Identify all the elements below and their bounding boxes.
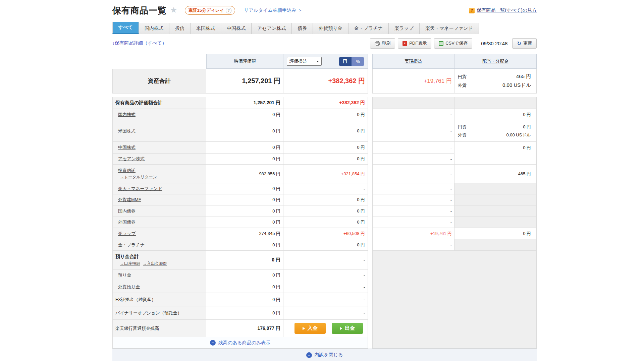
- tab-domestic-stock[interactable]: 国内株式: [139, 23, 169, 34]
- holding-row-link[interactable]: 楽天・マネーファンド: [118, 186, 162, 192]
- tab-bond[interactable]: 債券: [292, 23, 313, 34]
- page-content: 保有商品一覧 ★ 東証15分ディレイ ? リアルタイム株価申込み ＞ ? 保有商…: [112, 3, 537, 361]
- col-header-realized-pl[interactable]: 実現損益: [405, 58, 422, 64]
- holding-row-link[interactable]: 中国株式: [118, 144, 136, 150]
- total-pl: +382,362 円: [283, 69, 368, 94]
- close-breakdown-toggle[interactable]: − 内訳を閉じる: [112, 349, 537, 361]
- total-return-link[interactable]: →トータルリターン: [120, 174, 157, 180]
- account-detail-link[interactable]: →口座明細: [120, 261, 140, 266]
- cashflow-history-link[interactable]: →入出金履歴: [143, 261, 167, 266]
- printer-icon: [375, 41, 380, 46]
- table-row: 楽ラップ274,345 円+60,508 円: [112, 228, 368, 239]
- show-balance-only-toggle[interactable]: − 残高のある商品のみ表示: [112, 337, 368, 349]
- table-row: 国内債券0 円0 円: [112, 205, 368, 217]
- holding-row-link[interactable]: 預り金: [118, 272, 131, 278]
- chevron-down-icon: [316, 61, 319, 62]
- csv-save-button[interactable]: CSVで保存: [434, 38, 472, 49]
- toggle-yen-button[interactable]: 円: [339, 57, 352, 66]
- table-row: 米国株式0 円0 円: [112, 120, 368, 142]
- pdf-button[interactable]: P PDF表示: [398, 38, 431, 49]
- csv-icon: [439, 41, 443, 46]
- play-icon: [340, 327, 342, 330]
- table-row: 保有商品の評価額合計1,257,201 円+382,362 円: [112, 97, 368, 109]
- table-row: 金・プラチナ0 円0 円: [112, 239, 368, 251]
- tab-foreign-currency-deposit[interactable]: 外貨預り金: [313, 23, 348, 34]
- total-assets-row: 資産合計 1,257,201 円 +382,362 円: [112, 69, 368, 94]
- help-icon[interactable]: ?: [469, 8, 475, 13]
- toolbar: ↓保有商品詳細（すべて） 印刷 P PDF表示 CSVで保存 09/30 20:…: [112, 38, 537, 49]
- refresh-button[interactable]: ↻ 更新: [512, 38, 537, 49]
- delay-badge-label: 東証15分ディレイ: [189, 7, 224, 13]
- holding-row-link[interactable]: 投資信託: [118, 168, 136, 174]
- last-updated-timestamp: 09/30 20:48: [481, 41, 507, 46]
- holding-row-link[interactable]: 米国株式: [118, 128, 136, 134]
- table-row: 国内株式0 円0 円: [112, 109, 368, 120]
- holding-row-link[interactable]: 外貨預り金: [118, 284, 140, 290]
- favorite-star-icon[interactable]: ★: [170, 5, 177, 15]
- guide-link[interactable]: 保有商品一覧(すべて)の見方: [477, 7, 537, 13]
- holding-row-link[interactable]: 金・プラチナ: [118, 242, 145, 248]
- holdings-detail-link[interactable]: ↓保有商品詳細（すべて）: [112, 40, 167, 46]
- table-row: バイナリーオプション（預託金）0 円-: [112, 306, 368, 320]
- tab-gold-platinum[interactable]: 金・プラチナ: [348, 23, 389, 34]
- total-market-value: 1,257,201 円: [206, 69, 283, 94]
- tab-china-stock[interactable]: 中国株式: [221, 23, 252, 34]
- holding-row-link[interactable]: 楽ラップ: [118, 231, 136, 237]
- holding-row-link[interactable]: アセアン株式: [118, 156, 145, 162]
- holdings-table: 時価評価額 評価損益 円 % 資産合計 1,257,201 円 +382,362…: [112, 54, 537, 349]
- realtime-quote-link[interactable]: リアルタイム株価申込み ＞: [244, 7, 302, 13]
- holding-row-link[interactable]: 国内株式: [118, 112, 136, 118]
- col-header-market-value: 時価評価額: [206, 54, 283, 69]
- page-header: 保有商品一覧 ★ 東証15分ディレイ ? リアルタイム株価申込み ＞ ? 保有商…: [112, 3, 537, 17]
- delay-badge: 東証15分ディレイ ?: [185, 6, 235, 15]
- minus-circle-icon: −: [210, 340, 216, 346]
- play-icon: [303, 327, 305, 330]
- deposit-button[interactable]: 入金: [294, 323, 326, 334]
- table-row: 中国株式0 円0 円: [112, 142, 368, 154]
- pl-metric-select[interactable]: 評価損益: [287, 57, 322, 66]
- rakuten-bank-balance-value: 176,077 円: [206, 320, 283, 337]
- col-header-dividend[interactable]: 配当・分配金: [482, 58, 508, 64]
- table-row: 楽天銀行普通預金残高 176,077 円 入金 出金: [112, 320, 368, 337]
- minus-circle-icon: −: [306, 352, 312, 358]
- tab-asean-stock[interactable]: アセアン株式: [252, 23, 292, 34]
- category-tabs: すべて 国内株式 投信 米国株式 中国株式 アセアン株式 債券 外貨預り金 金・…: [112, 22, 537, 34]
- deposit-total-label: 預り金合計: [115, 254, 139, 260]
- table-row: 外貨預り金0 円-: [112, 281, 368, 293]
- table-row: FX証拠金（純資産）0 円-: [112, 293, 368, 306]
- table-row: 預り金0 円-: [112, 269, 368, 281]
- refresh-icon: ↻: [517, 41, 521, 46]
- fx-margin-label: FX証拠金（純資産）: [112, 293, 206, 306]
- table-row: 楽天・マネーファンド0 円-: [112, 183, 368, 194]
- holding-row-link[interactable]: 国内債券: [118, 208, 136, 214]
- pdf-icon: P: [402, 41, 407, 46]
- total-realized-pl: +19,761 円: [372, 69, 454, 94]
- table-row: アセアン株式0 円0 円: [112, 154, 368, 165]
- delay-help-icon[interactable]: ?: [226, 8, 231, 13]
- yen-percent-toggle: 円 %: [339, 57, 364, 66]
- table-row: 外国債券0 円0 円: [112, 217, 368, 228]
- tab-rakuten-money-fund[interactable]: 楽天・マネーファンド: [420, 23, 479, 34]
- table-row: 預り金合計 →口座明細 →入出金履歴 0 円 -: [112, 251, 368, 269]
- toggle-percent-button[interactable]: %: [352, 57, 364, 66]
- page-title: 保有商品一覧: [112, 5, 167, 16]
- table-row: 投資信託 →トータルリターン 982,856 円 +321,854 円: [112, 165, 368, 183]
- tab-all[interactable]: すべて: [112, 22, 139, 34]
- tab-us-stock[interactable]: 米国株式: [191, 23, 221, 34]
- print-button[interactable]: 印刷: [370, 38, 395, 49]
- tab-rakuwrap[interactable]: 楽ラップ: [389, 23, 420, 34]
- total-assets-label: 資産合計: [112, 69, 206, 94]
- holding-row-link[interactable]: 外国債券: [118, 219, 136, 225]
- rakuten-bank-balance-label: 楽天銀行普通預金残高: [112, 320, 206, 337]
- holding-row-link[interactable]: 外貨建MMF: [118, 197, 141, 203]
- right-block-empty-area: [372, 251, 537, 349]
- withdraw-button[interactable]: 出金: [332, 323, 363, 334]
- table-row: 外貨建MMF0 円0 円: [112, 194, 368, 205]
- binary-option-label: バイナリーオプション（預託金）: [112, 306, 206, 320]
- total-dividend-cell: 円貨465 円 外貨0.00 USドル: [454, 69, 537, 94]
- tab-fund[interactable]: 投信: [169, 23, 191, 34]
